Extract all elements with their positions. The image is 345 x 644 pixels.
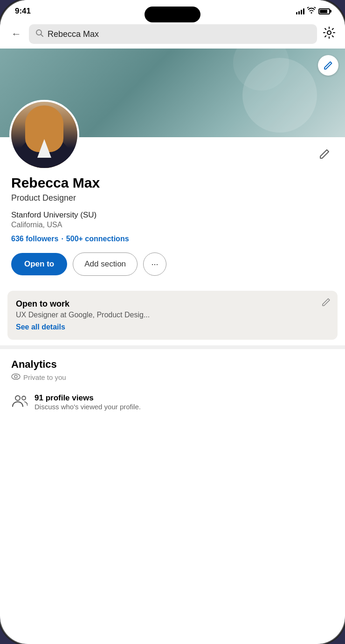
search-input-text: Rebecca Max [48, 29, 99, 39]
profile-location: California, USA [11, 221, 334, 229]
svg-point-2 [327, 31, 331, 35]
profile-title: Product Designer [11, 193, 334, 203]
search-icon [35, 29, 44, 39]
private-label-text: Private to you [23, 373, 66, 381]
see-all-details-link[interactable]: See all details [16, 323, 65, 331]
analytics-title: Analytics [11, 358, 334, 371]
add-section-button[interactable]: Add section [73, 252, 138, 276]
search-bar-row: ← Rebecca Max [0, 20, 345, 49]
analytics-private-label: Private to you [11, 372, 334, 382]
profile-views-sub: Discuss who's viewed your profile. [34, 403, 334, 411]
profile-views-text: 91 profile views Discuss who's viewed yo… [34, 393, 334, 411]
followers-link[interactable]: 636 followers [11, 235, 58, 243]
status-icons [296, 7, 330, 15]
action-buttons: Open to Add section ··· [11, 252, 334, 276]
phone-frame: 9:41 ← [0, 0, 345, 644]
more-options-button[interactable]: ··· [143, 252, 166, 276]
signal-icon [296, 8, 304, 14]
open-to-work-description: UX Designer at Google, Product Desig... [16, 311, 329, 319]
edit-profile-button[interactable] [315, 145, 334, 163]
wifi-icon [307, 7, 316, 15]
analytics-item-profile-views[interactable]: 91 profile views Discuss who's viewed yo… [11, 390, 334, 414]
avatar[interactable] [9, 100, 79, 170]
svg-line-1 [41, 35, 43, 37]
profile-name: Rebecca Max [11, 175, 334, 191]
profile-school: Stanford University (SU) [11, 210, 334, 220]
svg-point-4 [14, 375, 17, 378]
edit-cover-button[interactable] [318, 55, 338, 76]
profile-views-count: 91 profile views [34, 393, 334, 403]
search-input-wrap[interactable]: Rebecca Max [29, 24, 317, 44]
connections-link[interactable]: 500+ connections [66, 235, 129, 243]
open-to-work-card: Open to work UX Designer at Google, Prod… [7, 291, 338, 340]
svg-point-3 [12, 374, 20, 379]
gear-button[interactable] [323, 26, 336, 42]
profile-social: 636 followers · 500+ connections [11, 235, 334, 243]
profile-views-icon [11, 394, 28, 410]
profile-section: Rebecca Max Product Designer Stanford Un… [0, 137, 345, 285]
section-divider [0, 345, 345, 349]
eye-icon [11, 372, 21, 382]
status-time: 9:41 [15, 7, 31, 16]
back-button[interactable]: ← [9, 26, 23, 42]
svg-point-5 [15, 396, 20, 400]
phone-screen: 9:41 ← [0, 0, 345, 644]
dynamic-island [145, 7, 200, 22]
edit-open-to-work-button[interactable] [322, 297, 331, 308]
svg-point-6 [22, 396, 26, 400]
analytics-section: Analytics Private to you [0, 349, 345, 424]
open-to-button[interactable]: Open to [11, 253, 67, 275]
dot-separator: · [61, 235, 63, 243]
battery-icon [318, 8, 330, 14]
open-to-work-title: Open to work [16, 299, 329, 309]
